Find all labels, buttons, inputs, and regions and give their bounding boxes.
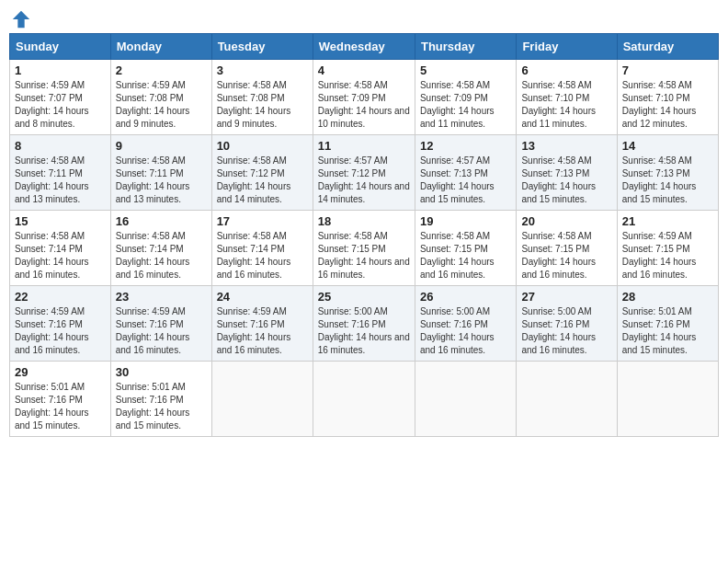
cell-info: Sunrise: 4:59 AMSunset: 7:15 PMDaylight:…: [622, 231, 697, 280]
cell-info: Sunrise: 4:59 AMSunset: 7:16 PMDaylight:…: [217, 306, 291, 355]
calendar-week-5: 29 Sunrise: 5:01 AMSunset: 7:16 PMDaylig…: [10, 362, 719, 437]
cell-info: Sunrise: 5:01 AMSunset: 7:16 PMDaylight:…: [116, 382, 190, 431]
calendar-cell: 15 Sunrise: 4:58 AMSunset: 7:14 PMDaylig…: [10, 211, 111, 286]
day-number: 22: [15, 290, 106, 304]
cell-info: Sunrise: 4:59 AMSunset: 7:07 PMDaylight:…: [15, 80, 89, 129]
day-number: 6: [521, 63, 611, 77]
cell-info: Sunrise: 4:58 AMSunset: 7:14 PMDaylight:…: [116, 231, 190, 280]
day-number: 3: [217, 63, 308, 77]
cell-info: Sunrise: 4:58 AMSunset: 7:08 PMDaylight:…: [217, 80, 291, 129]
calendar-cell: 9 Sunrise: 4:58 AMSunset: 7:11 PMDayligh…: [110, 135, 211, 211]
cell-info: Sunrise: 5:01 AMSunset: 7:16 PMDaylight:…: [15, 382, 89, 431]
day-number: 18: [318, 214, 410, 228]
calendar-cell: 25 Sunrise: 5:00 AMSunset: 7:16 PMDaylig…: [313, 286, 415, 362]
col-header-saturday: Saturday: [617, 34, 718, 60]
page-header: [9, 9, 719, 26]
calendar-cell: 11 Sunrise: 4:57 AMSunset: 7:12 PMDaylig…: [313, 135, 415, 211]
calendar-cell: 30 Sunrise: 5:01 AMSunset: 7:16 PMDaylig…: [110, 362, 211, 437]
cell-info: Sunrise: 4:58 AMSunset: 7:13 PMDaylight:…: [622, 155, 697, 204]
cell-info: Sunrise: 4:59 AMSunset: 7:16 PMDaylight:…: [116, 306, 190, 355]
cell-info: Sunrise: 4:58 AMSunset: 7:11 PMDaylight:…: [116, 155, 190, 204]
cell-info: Sunrise: 5:00 AMSunset: 7:16 PMDaylight:…: [420, 306, 495, 355]
day-number: 10: [217, 139, 308, 153]
day-number: 19: [420, 214, 511, 228]
calendar-week-1: 1 Sunrise: 4:59 AMSunset: 7:07 PMDayligh…: [10, 60, 719, 135]
calendar-week-2: 8 Sunrise: 4:58 AMSunset: 7:11 PMDayligh…: [10, 135, 719, 211]
day-number: 21: [622, 214, 713, 228]
day-number: 8: [15, 139, 106, 153]
calendar-cell: 21 Sunrise: 4:59 AMSunset: 7:15 PMDaylig…: [617, 211, 718, 286]
day-number: 4: [318, 63, 410, 77]
cell-info: Sunrise: 4:58 AMSunset: 7:13 PMDaylight:…: [521, 155, 596, 204]
cell-info: Sunrise: 4:58 AMSunset: 7:14 PMDaylight:…: [217, 231, 291, 280]
calendar-cell: [517, 362, 617, 437]
day-number: 20: [521, 214, 611, 228]
cell-info: Sunrise: 4:59 AMSunset: 7:16 PMDaylight:…: [15, 306, 89, 355]
calendar-cell: 8 Sunrise: 4:58 AMSunset: 7:11 PMDayligh…: [10, 135, 111, 211]
calendar-cell: [617, 362, 718, 437]
calendar-cell: 1 Sunrise: 4:59 AMSunset: 7:07 PMDayligh…: [10, 60, 111, 135]
calendar-header-row: SundayMondayTuesdayWednesdayThursdayFrid…: [10, 34, 719, 60]
col-header-wednesday: Wednesday: [313, 34, 415, 60]
calendar-cell: 16 Sunrise: 4:58 AMSunset: 7:14 PMDaylig…: [110, 211, 211, 286]
cell-info: Sunrise: 4:58 AMSunset: 7:15 PMDaylight:…: [521, 231, 596, 280]
day-number: 13: [521, 139, 611, 153]
calendar-cell: 22 Sunrise: 4:59 AMSunset: 7:16 PMDaylig…: [10, 286, 111, 362]
cell-info: Sunrise: 5:00 AMSunset: 7:16 PMDaylight:…: [521, 306, 596, 355]
calendar-table: SundayMondayTuesdayWednesdayThursdayFrid…: [9, 33, 719, 437]
day-number: 26: [420, 290, 511, 304]
day-number: 14: [622, 139, 713, 153]
calendar-cell: 28 Sunrise: 5:01 AMSunset: 7:16 PMDaylig…: [617, 286, 718, 362]
cell-info: Sunrise: 4:57 AMSunset: 7:12 PMDaylight:…: [318, 155, 410, 204]
calendar-cell: 14 Sunrise: 4:58 AMSunset: 7:13 PMDaylig…: [617, 135, 718, 211]
day-number: 25: [318, 290, 410, 304]
calendar-cell: 27 Sunrise: 5:00 AMSunset: 7:16 PMDaylig…: [517, 286, 617, 362]
cell-info: Sunrise: 4:58 AMSunset: 7:11 PMDaylight:…: [15, 155, 89, 204]
day-number: 24: [217, 290, 308, 304]
calendar-cell: 3 Sunrise: 4:58 AMSunset: 7:08 PMDayligh…: [211, 60, 313, 135]
day-number: 17: [217, 214, 308, 228]
calendar-cell: 18 Sunrise: 4:58 AMSunset: 7:15 PMDaylig…: [313, 211, 415, 286]
calendar-cell: 24 Sunrise: 4:59 AMSunset: 7:16 PMDaylig…: [211, 286, 313, 362]
day-number: 30: [116, 365, 207, 379]
cell-info: Sunrise: 4:58 AMSunset: 7:09 PMDaylight:…: [318, 80, 410, 129]
calendar-cell: 12 Sunrise: 4:57 AMSunset: 7:13 PMDaylig…: [415, 135, 516, 211]
calendar-cell: 19 Sunrise: 4:58 AMSunset: 7:15 PMDaylig…: [415, 211, 516, 286]
calendar-cell: 4 Sunrise: 4:58 AMSunset: 7:09 PMDayligh…: [313, 60, 415, 135]
calendar-cell: 10 Sunrise: 4:58 AMSunset: 7:12 PMDaylig…: [211, 135, 313, 211]
calendar-cell: 26 Sunrise: 5:00 AMSunset: 7:16 PMDaylig…: [415, 286, 516, 362]
calendar-cell: 20 Sunrise: 4:58 AMSunset: 7:15 PMDaylig…: [517, 211, 617, 286]
day-number: 2: [116, 63, 207, 77]
calendar-cell: [211, 362, 313, 437]
col-header-friday: Friday: [517, 34, 617, 60]
col-header-sunday: Sunday: [10, 34, 111, 60]
day-number: 27: [521, 290, 611, 304]
day-number: 11: [318, 139, 410, 153]
calendar-cell: [313, 362, 415, 437]
calendar-week-4: 22 Sunrise: 4:59 AMSunset: 7:16 PMDaylig…: [10, 286, 719, 362]
day-number: 28: [622, 290, 713, 304]
day-number: 29: [15, 365, 106, 379]
calendar-cell: 6 Sunrise: 4:58 AMSunset: 7:10 PMDayligh…: [517, 60, 617, 135]
calendar-cell: 2 Sunrise: 4:59 AMSunset: 7:08 PMDayligh…: [110, 60, 211, 135]
col-header-tuesday: Tuesday: [211, 34, 313, 60]
calendar-cell: 23 Sunrise: 4:59 AMSunset: 7:16 PMDaylig…: [110, 286, 211, 362]
cell-info: Sunrise: 5:01 AMSunset: 7:16 PMDaylight:…: [622, 306, 697, 355]
cell-info: Sunrise: 5:00 AMSunset: 7:16 PMDaylight:…: [318, 306, 410, 355]
calendar-cell: 29 Sunrise: 5:01 AMSunset: 7:16 PMDaylig…: [10, 362, 111, 437]
cell-info: Sunrise: 4:58 AMSunset: 7:15 PMDaylight:…: [420, 231, 495, 280]
cell-info: Sunrise: 4:58 AMSunset: 7:14 PMDaylight:…: [15, 231, 89, 280]
calendar-cell: 17 Sunrise: 4:58 AMSunset: 7:14 PMDaylig…: [211, 211, 313, 286]
day-number: 12: [420, 139, 511, 153]
cell-info: Sunrise: 4:58 AMSunset: 7:10 PMDaylight:…: [622, 80, 697, 129]
calendar-week-3: 15 Sunrise: 4:58 AMSunset: 7:14 PMDaylig…: [10, 211, 719, 286]
day-number: 9: [116, 139, 207, 153]
calendar-cell: [415, 362, 516, 437]
day-number: 15: [15, 214, 106, 228]
calendar-cell: 5 Sunrise: 4:58 AMSunset: 7:09 PMDayligh…: [415, 60, 516, 135]
calendar-cell: 13 Sunrise: 4:58 AMSunset: 7:13 PMDaylig…: [517, 135, 617, 211]
cell-info: Sunrise: 4:58 AMSunset: 7:15 PMDaylight:…: [318, 231, 410, 280]
cell-info: Sunrise: 4:58 AMSunset: 7:12 PMDaylight:…: [217, 155, 291, 204]
day-number: 16: [116, 214, 207, 228]
cell-info: Sunrise: 4:57 AMSunset: 7:13 PMDaylight:…: [420, 155, 495, 204]
